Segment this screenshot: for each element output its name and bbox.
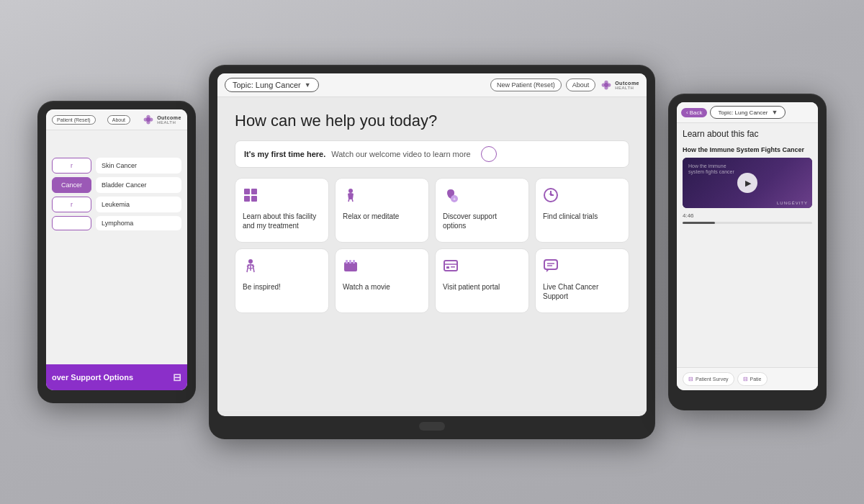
topic-dropdown[interactable]: Topic: Lung Cancer ▼ (225, 78, 319, 92)
right-main: Learn about this fac How the Immune Syst… (677, 123, 818, 367)
card-title: How the Immune System Fights Cancer (683, 146, 812, 153)
left-footer-banner[interactable]: over Support Options ⊟ (46, 364, 187, 390)
svg-rect-30 (446, 266, 449, 269)
portal-icon (443, 258, 459, 277)
svg-text:+: + (549, 191, 552, 198)
tile-relax-label: Relax or meditate (343, 212, 399, 221)
patient-survey-btn[interactable]: ⊟ Patient Survey (683, 372, 734, 386)
right-header: ‹ Back Topic: Lung Cancer ▼ (677, 102, 818, 123)
tile-inspired-label: Be inspired! (243, 282, 281, 292)
svg-rect-10 (244, 189, 250, 194)
lymphoma-item[interactable]: Lymphoma (96, 216, 181, 230)
right-tablet: ‹ Back Topic: Lung Cancer ▼ Learn about … (668, 94, 827, 410)
skin-cancer-item[interactable]: Skin Cancer (96, 158, 181, 174)
svg-rect-13 (251, 196, 257, 202)
chevron-down-icon: ▼ (305, 81, 311, 89)
btn2-label: Patie (750, 377, 762, 382)
topic-dropdown-right[interactable]: Topic: Lung Cancer ▼ (710, 106, 786, 119)
svg-point-9 (604, 83, 608, 87)
right-screen: ‹ Back Topic: Lung Cancer ▼ Learn about … (677, 102, 818, 390)
welcome-bar: It's my first time here. Watch our welco… (235, 140, 629, 168)
home-button[interactable] (419, 422, 445, 431)
list-row-3: r Leukemia (52, 197, 181, 212)
btn2-icon: ⊟ (743, 376, 748, 382)
trials-icon: + (543, 187, 559, 207)
svg-rect-12 (244, 196, 250, 202)
center-tablet: Topic: Lung Cancer ▼ New Patient (Reset)… (209, 65, 655, 439)
topic-label-right: Topic: Lung Cancer (718, 109, 768, 116)
video-progress-fill (683, 222, 715, 224)
about-btn[interactable]: About (566, 78, 596, 91)
back-chevron: ‹ (686, 109, 688, 116)
chat-icon (543, 258, 559, 277)
survey-icon: ⊟ (688, 376, 693, 382)
tile-learn-facility-label: Learn about this facility and my treatme… (243, 212, 321, 230)
right-content: ‹ Back Topic: Lung Cancer ▼ Learn about … (677, 102, 818, 390)
tile-inspired[interactable]: Be inspired! (235, 248, 329, 313)
tile-chat[interactable]: Live Chat Cancer Support (535, 248, 629, 313)
leukemia-item[interactable]: Leukemia (96, 197, 181, 212)
outcome-health-logo: Outcome HEALTH (142, 113, 181, 126)
support-icon: + (443, 187, 459, 207)
list-row-1: r Skin Cancer (52, 158, 181, 174)
inspired-icon (243, 258, 258, 277)
cancer-tag-2[interactable]: Cancer (52, 177, 91, 193)
video-watermark: LUNGÉVITY (777, 201, 808, 205)
cancer-list: r Skin Cancer Cancer Bladder Cancer r Le… (46, 152, 187, 240)
new-patient-reset-btn[interactable]: New Patient (Reset) (490, 78, 562, 91)
tile-movie[interactable]: Watch a movie (335, 248, 429, 313)
svg-line-16 (352, 199, 353, 202)
main-heading: How can we help you today? (235, 112, 629, 130)
svg-rect-11 (251, 189, 257, 194)
tile-learn-facility[interactable]: Learn about this facility and my treatme… (235, 178, 329, 243)
tile-support[interactable]: + Discover support options (435, 178, 529, 243)
tiles-row-2: Be inspired! Watch a movie (235, 248, 629, 313)
cancer-tag-4[interactable] (52, 216, 91, 230)
play-welcome-btn[interactable] (481, 146, 497, 162)
video-duration: 4:46 (683, 212, 812, 219)
list-row-4: Lymphoma (52, 216, 181, 230)
svg-line-15 (348, 199, 349, 202)
tile-trials[interactable]: + Find clinical trials (535, 178, 629, 243)
chevron-down-icon-right: ▼ (771, 109, 778, 116)
svg-rect-26 (349, 260, 351, 264)
movie-icon (343, 258, 359, 277)
new-patient-reset-btn[interactable]: Patient (Reset) (52, 115, 96, 125)
tile-support-label: Discover support options (443, 212, 521, 230)
svg-rect-28 (444, 261, 457, 271)
svg-rect-25 (346, 260, 348, 264)
video-play-btn[interactable] (737, 173, 757, 193)
cancer-tag-1[interactable]: r (52, 158, 91, 174)
patient-btn-2[interactable]: ⊟ Patie (737, 372, 768, 386)
tile-portal[interactable]: Visit patient portal (435, 248, 529, 313)
svg-point-14 (348, 189, 353, 193)
header-right: New Patient (Reset) About Outcome HEA (490, 78, 639, 91)
welcome-first-time: It's my first time here. (244, 150, 325, 158)
tile-chat-label: Live Chat Cancer Support (543, 282, 621, 301)
tile-movie-label: Watch a movie (343, 282, 390, 292)
logo-name: Outcome HEALTH (157, 115, 181, 125)
welcome-link-text[interactable]: Watch our welcome video to learn more (331, 150, 470, 158)
video-thumbnail[interactable]: How the immune system fights cancer LUNG… (683, 158, 812, 208)
center-header: Topic: Lung Cancer ▼ New Patient (Reset)… (217, 73, 647, 97)
tile-relax[interactable]: Relax or meditate (335, 178, 429, 243)
footer-icon: ⊟ (173, 372, 181, 383)
cancer-tag-3[interactable]: r (52, 197, 91, 212)
svg-point-23 (248, 259, 253, 264)
left-content: Patient (Reset) About Outcome HEALTH (46, 109, 187, 390)
tiles-row-1: Learn about this facility and my treatme… (235, 178, 629, 243)
center-main: How can we help you today? It's my first… (217, 97, 647, 411)
left-header: Patient (Reset) About Outcome HEALTH (46, 109, 187, 130)
video-progress-bar[interactable] (683, 222, 812, 224)
tile-trials-label: Find clinical trials (543, 212, 598, 221)
back-button[interactable]: ‹ Back (681, 108, 707, 117)
svg-rect-31 (451, 266, 455, 268)
back-label: Back (690, 109, 703, 116)
facility-icon (243, 187, 258, 207)
svg-text:+: + (453, 197, 456, 202)
right-footer: ⊟ Patient Survey ⊟ Patie (677, 367, 818, 390)
tile-portal-label: Visit patient portal (443, 282, 500, 292)
bladder-cancer-item[interactable]: Bladder Cancer (96, 177, 181, 193)
about-btn[interactable]: About (107, 115, 130, 125)
center-screen: Topic: Lung Cancer ▼ New Patient (Reset)… (217, 73, 647, 416)
